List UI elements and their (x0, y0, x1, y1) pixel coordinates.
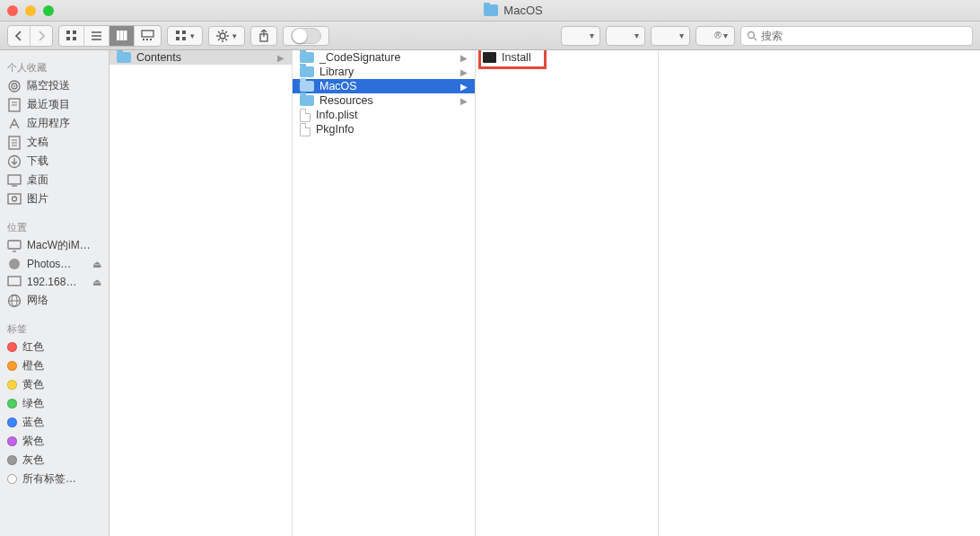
chevron-right-icon: ▶ (277, 53, 284, 63)
list-view-button[interactable] (84, 26, 109, 46)
sidebar-item-label: 192.168… (27, 276, 76, 288)
svg-line-25 (218, 39, 220, 40)
favorites-header: 个人收藏 (0, 57, 109, 76)
svg-point-18 (220, 33, 225, 39)
chevron-right-icon: ▶ (460, 82, 468, 92)
file-row[interactable]: _CodeSignature▶ (293, 50, 475, 65)
sidebar-item-label: Photos… (27, 258, 71, 270)
sidebar-tag-1[interactable]: 橙色 (0, 356, 109, 375)
search-field[interactable] (740, 26, 974, 46)
sidebar-favorite-2[interactable]: 应用程序 (0, 114, 109, 133)
sidebar-item-label: 下载 (27, 154, 48, 169)
sidebar-tag-2[interactable]: 黄色 (0, 375, 109, 394)
search-icon (747, 31, 757, 41)
svg-rect-43 (8, 175, 21, 184)
file-row[interactable]: Info.plist (293, 108, 475, 122)
close-button[interactable] (7, 5, 18, 16)
file-row[interactable]: Resources▶ (293, 93, 475, 108)
sidebar-tag-7[interactable]: 所有标签… (0, 470, 109, 488)
sidebar-item-label: 黄色 (22, 377, 44, 392)
locations-header: 位置 (0, 217, 109, 236)
svg-point-49 (9, 259, 20, 269)
title-folder-icon (484, 4, 498, 16)
group-button[interactable]: ▾ (167, 26, 203, 46)
action-button[interactable]: ▾ (208, 26, 245, 46)
sidebar-tag-5[interactable]: 紫色 (0, 432, 109, 451)
traffic-lights (7, 5, 54, 16)
folder-icon (117, 52, 131, 63)
file-name: Install (502, 51, 531, 64)
svg-point-29 (748, 31, 754, 38)
eject-icon[interactable]: ⏏ (92, 259, 101, 270)
sidebar-tag-6[interactable]: 灰色 (0, 451, 109, 470)
column-2: _CodeSignature▶Library▶MacOS▶Resources▶I… (293, 50, 476, 536)
search-input[interactable] (761, 30, 967, 42)
desktop-icon (7, 173, 22, 188)
window-title: MacOS (503, 4, 542, 17)
svg-rect-1 (73, 31, 76, 34)
svg-rect-13 (150, 39, 152, 40)
sidebar-location-2[interactable]: 192.168…⏏ (0, 273, 109, 291)
file-row[interactable]: Library▶ (293, 65, 475, 79)
dropdown-4[interactable]: ® ▾ (696, 26, 735, 46)
titlebar: MacOS (0, 0, 980, 22)
svg-rect-0 (66, 31, 70, 34)
sidebar-tag-3[interactable]: 绿色 (0, 394, 109, 413)
svg-rect-3 (73, 37, 76, 40)
minimize-button[interactable] (25, 5, 36, 16)
sidebar-item-label: 最近项目 (27, 97, 70, 112)
dropdown-1[interactable]: ▾ (561, 26, 600, 46)
tag-color-icon (7, 455, 17, 465)
back-button[interactable] (8, 26, 31, 46)
zoom-button[interactable] (43, 5, 54, 16)
sidebar-item-label: 红色 (22, 339, 44, 355)
folder-icon (300, 95, 314, 106)
recents-icon (7, 98, 22, 112)
dropdown-3[interactable]: ▾ (651, 26, 690, 46)
sidebar-location-1[interactable]: Photos…⏏ (0, 255, 109, 273)
file-name: Info.plist (316, 109, 358, 121)
sidebar-favorite-5[interactable]: 桌面 (0, 171, 109, 189)
downloads-icon (7, 154, 22, 169)
file-row[interactable]: Install (476, 50, 658, 65)
sidebar-item-label: 蓝色 (22, 415, 44, 430)
svg-rect-8 (120, 31, 124, 40)
applications-icon (7, 117, 22, 131)
sidebar-tag-0[interactable]: 红色 (0, 338, 109, 356)
file-row[interactable]: Contents▶ (109, 50, 292, 65)
sidebar-item-label: 网络 (27, 293, 48, 308)
chevron-right-icon: ▶ (460, 67, 468, 77)
file-name: Resources (319, 94, 373, 107)
column-browser: Contents▶ _CodeSignature▶Library▶MacOS▶R… (109, 50, 980, 536)
chevron-right-icon: ▶ (460, 53, 468, 63)
network-icon (7, 294, 22, 308)
forward-button[interactable] (31, 26, 52, 46)
file-row[interactable]: PkgInfo (293, 122, 475, 136)
sidebar-favorite-1[interactable]: 最近项目 (0, 95, 109, 114)
tags-button[interactable] (283, 26, 329, 46)
sidebar-favorite-0[interactable]: 隔空投送 (0, 76, 109, 95)
airdrop-icon (7, 79, 22, 93)
column-view-button[interactable] (109, 26, 135, 46)
svg-rect-45 (8, 194, 21, 204)
icon-view-button[interactable] (59, 26, 84, 46)
eject-icon[interactable]: ⏏ (92, 277, 101, 288)
sidebar-item-label: 图片 (27, 191, 48, 206)
sidebar-favorite-3[interactable]: 文稿 (0, 133, 109, 152)
svg-rect-2 (66, 37, 70, 40)
sidebar-location-3[interactable]: 网络 (0, 291, 109, 310)
sidebar-location-0[interactable]: MacW的iM… (0, 236, 109, 255)
share-button[interactable] (250, 26, 277, 46)
column-3: Install (476, 50, 659, 536)
dropdown-2[interactable]: ▾ (606, 26, 645, 46)
sidebar-favorite-6[interactable]: 图片 (0, 189, 109, 208)
gallery-view-button[interactable] (135, 26, 161, 46)
sidebar-tag-4[interactable]: 蓝色 (0, 413, 109, 432)
sidebar-favorite-4[interactable]: 下载 (0, 152, 109, 171)
file-icon (300, 123, 311, 136)
sidebar-item-label: 应用程序 (27, 116, 70, 131)
nav-buttons (7, 25, 53, 47)
file-row[interactable]: MacOS▶ (293, 79, 475, 93)
folder-icon (300, 52, 314, 63)
svg-point-33 (13, 85, 15, 87)
